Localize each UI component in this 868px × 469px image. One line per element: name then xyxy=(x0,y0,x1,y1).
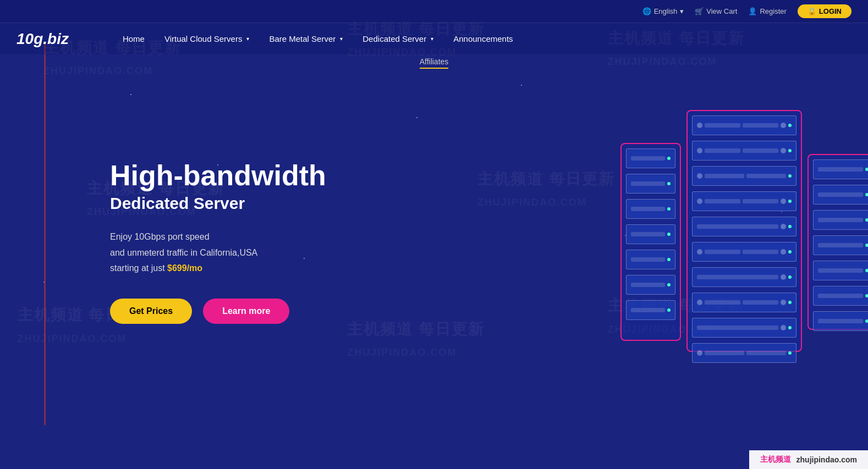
server-drive xyxy=(631,257,665,262)
server-led xyxy=(788,250,792,253)
nav-dedicated-link[interactable]: Dedicated Server ▾ xyxy=(353,29,443,49)
server-button xyxy=(697,148,702,153)
server-drive xyxy=(818,319,863,323)
server-drive xyxy=(743,300,778,305)
user-icon: 👤 xyxy=(748,7,757,15)
language-selector[interactable]: 🌐 English ▾ xyxy=(642,7,684,15)
bottom-watermark-bar: 主机频道 zhujipindao.com xyxy=(749,450,868,469)
server-unit xyxy=(813,261,868,280)
server-unit xyxy=(692,217,796,236)
server-led xyxy=(788,275,792,279)
server-led xyxy=(788,301,792,304)
server-drive xyxy=(631,308,665,312)
server-drive xyxy=(705,199,740,203)
hero-content: High-bandwidth Dedicated Server Enjoy 10… xyxy=(110,160,326,324)
server-led xyxy=(667,207,671,211)
server-rack-center xyxy=(686,110,802,352)
language-chevron: ▾ xyxy=(680,7,684,15)
cart-icon: 🛒 xyxy=(695,7,704,15)
bare-metal-chevron: ▾ xyxy=(340,36,343,42)
server-unit xyxy=(626,224,675,244)
server-button xyxy=(781,274,786,280)
top-bar: 🌐 English ▾ 🛒 View Cart 👤 Register 🔒 LOG… xyxy=(0,0,868,23)
server-button xyxy=(697,198,702,204)
server-button xyxy=(781,249,786,255)
affiliates-link[interactable]: Affiliates xyxy=(420,57,449,69)
site-logo[interactable]: 10g.biz xyxy=(17,30,69,48)
nav-announcements-link[interactable]: Announcements xyxy=(443,29,523,49)
server-unit xyxy=(813,286,868,306)
server-led xyxy=(788,351,792,355)
server-unit xyxy=(692,267,796,287)
get-prices-button[interactable]: Get Prices xyxy=(110,299,192,324)
server-unit xyxy=(626,275,675,295)
language-label: English xyxy=(654,7,678,15)
bottom-bar-url: zhujipindao.com xyxy=(796,455,857,464)
nav-links: Home Virtual Cloud Servers ▾ Bare Metal … xyxy=(113,29,851,49)
register-label: Register xyxy=(760,7,786,15)
hero-subtitle: Dedicated Server xyxy=(110,194,326,213)
nav-item-announcements[interactable]: Announcements xyxy=(443,29,523,49)
server-led xyxy=(788,174,792,178)
server-button xyxy=(697,123,702,128)
server-led xyxy=(788,326,792,329)
view-cart-button[interactable]: 🛒 View Cart xyxy=(695,7,737,15)
server-led xyxy=(865,319,868,323)
server-drive xyxy=(631,283,665,287)
learn-more-button[interactable]: Learn more xyxy=(203,299,289,324)
server-unit xyxy=(813,311,868,331)
server-drive xyxy=(705,250,740,254)
server-led xyxy=(667,157,671,160)
server-led xyxy=(667,308,671,312)
server-unit xyxy=(692,293,796,312)
cart-label: View Cart xyxy=(706,7,737,15)
login-button[interactable]: 🔒 LOGIN xyxy=(798,4,851,18)
server-button xyxy=(781,198,786,204)
hero-section: High-bandwidth Dedicated Server Enjoy 10… xyxy=(0,71,868,412)
register-button[interactable]: 👤 Register xyxy=(748,7,786,15)
hero-title: High-bandwidth xyxy=(110,160,326,191)
server-drive xyxy=(697,325,778,330)
hero-description: Enjoy 10Gbps port speed and unmeterd tra… xyxy=(110,229,326,277)
virtual-chevron: ▾ xyxy=(246,36,249,42)
nav-virtual-link[interactable]: Virtual Cloud Servers ▾ xyxy=(155,29,259,49)
nav-item-home[interactable]: Home xyxy=(113,29,155,49)
nav-bare-metal-link[interactable]: Bare Metal Server ▾ xyxy=(259,29,353,49)
server-drive xyxy=(705,148,740,153)
nav-item-dedicated[interactable]: Dedicated Server ▾ xyxy=(353,29,443,49)
server-led xyxy=(865,244,868,247)
server-led xyxy=(788,225,792,228)
nav-item-bare-metal[interactable]: Bare Metal Server ▾ xyxy=(259,29,353,49)
server-unit xyxy=(813,159,868,179)
server-led xyxy=(788,149,792,152)
server-drive xyxy=(697,275,778,279)
hero-line1: Enjoy 10Gbps port speed xyxy=(110,229,326,245)
server-rack-right xyxy=(807,154,868,330)
server-drive xyxy=(697,224,778,229)
server-led xyxy=(788,200,792,203)
server-button xyxy=(781,148,786,153)
server-unit xyxy=(813,235,868,255)
server-drive xyxy=(818,167,863,172)
server-unit xyxy=(626,300,675,320)
server-drive xyxy=(631,156,665,161)
nav-item-virtual[interactable]: Virtual Cloud Servers ▾ xyxy=(155,29,259,49)
bottom-bar-chinese: 主机频道 xyxy=(760,455,791,465)
server-unit xyxy=(692,343,796,363)
nav-home-link[interactable]: Home xyxy=(113,29,155,49)
server-button xyxy=(697,173,702,179)
server-button xyxy=(697,300,702,305)
hero-line2: and unmeterd traffic in California,USA xyxy=(110,245,326,261)
server-led xyxy=(667,258,671,261)
server-drive xyxy=(705,351,744,355)
server-unit xyxy=(692,318,796,338)
server-drive xyxy=(746,174,786,178)
server-unit xyxy=(626,199,675,219)
server-drive xyxy=(743,250,778,254)
hero-line3-prefix: starting at just xyxy=(110,263,167,273)
server-led xyxy=(667,182,671,185)
hero-buttons: Get Prices Learn more xyxy=(110,299,326,324)
server-unit xyxy=(692,166,796,186)
server-button xyxy=(781,123,786,128)
server-button xyxy=(781,325,786,330)
